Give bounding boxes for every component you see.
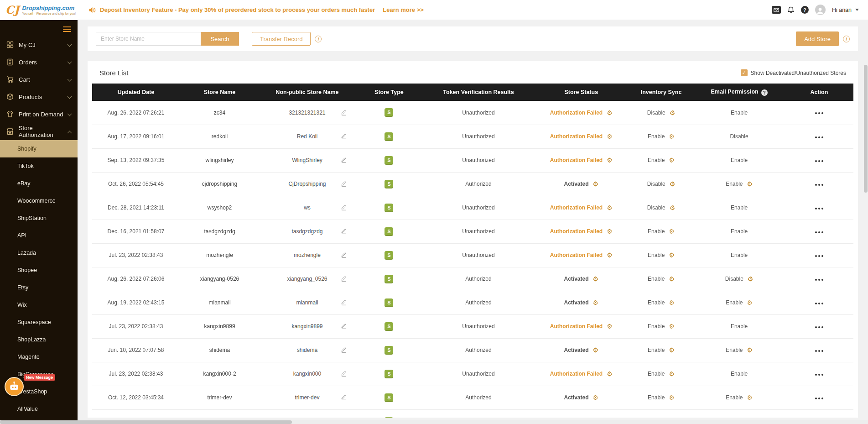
inventory-gear-icon[interactable]: ⚙ xyxy=(669,323,675,330)
email-gear-icon[interactable]: ⚙ xyxy=(747,299,753,306)
chat-icon[interactable] xyxy=(5,377,24,396)
edit-icon[interactable] xyxy=(341,395,347,401)
status-gear-icon[interactable]: ⚙ xyxy=(607,204,613,211)
edit-icon[interactable] xyxy=(341,276,347,282)
inventory-gear-icon[interactable]: ⚙ xyxy=(669,370,675,377)
row-actions-button[interactable] xyxy=(811,301,826,306)
email-gear-icon[interactable]: ⚙ xyxy=(747,394,753,401)
edit-icon[interactable] xyxy=(341,181,347,187)
sidebar-subitem-lazada[interactable]: Lazada xyxy=(0,244,78,262)
email-gear-icon[interactable]: ⚙ xyxy=(747,346,753,354)
sidebar-subitem-magento[interactable]: Magento xyxy=(0,348,78,366)
sidebar-subitem-ebay[interactable]: eBay xyxy=(0,175,78,192)
inventory-gear-icon[interactable]: ⚙ xyxy=(669,251,675,259)
show-deactivated-filter[interactable]: ✓ Show Deactivated/Unauthorized Stores xyxy=(741,69,846,76)
transfer-info-icon[interactable]: i xyxy=(315,36,322,42)
status-gear-icon[interactable]: ⚙ xyxy=(607,323,613,330)
row-actions-button[interactable] xyxy=(811,325,826,330)
vertical-scrollbar-thumb[interactable] xyxy=(864,65,868,193)
sidebar-subitem-squarespace[interactable]: Squarespace xyxy=(0,314,78,331)
notifications-bell-icon[interactable] xyxy=(787,6,795,14)
checkbox-checked-icon[interactable]: ✓ xyxy=(741,69,748,76)
edit-icon[interactable] xyxy=(341,252,347,258)
sidebar-subitem-shoplazza[interactable]: ShopLazza xyxy=(0,331,78,348)
edit-icon[interactable] xyxy=(341,205,347,211)
inventory-gear-icon[interactable]: ⚙ xyxy=(669,346,675,354)
avatar[interactable] xyxy=(815,5,826,15)
inventory-gear-icon[interactable]: ⚙ xyxy=(669,299,675,306)
inventory-gear-icon[interactable]: ⚙ xyxy=(670,204,676,211)
status-gear-icon[interactable]: ⚙ xyxy=(593,394,599,401)
status-gear-icon[interactable]: ⚙ xyxy=(593,275,599,283)
sidebar-item-print-on-demand[interactable]: Print on Demand xyxy=(0,105,78,123)
email-gear-icon[interactable]: ⚙ xyxy=(748,275,754,283)
row-actions-button[interactable] xyxy=(811,396,826,401)
inventory-gear-icon[interactable]: ⚙ xyxy=(669,228,675,235)
sidebar-subitem-allvalue[interactable]: AllValue xyxy=(0,400,78,418)
row-actions-button[interactable] xyxy=(811,253,826,259)
edit-icon[interactable] xyxy=(341,229,347,235)
sidebar-subitem-api[interactable]: API xyxy=(0,227,78,244)
search-input[interactable] xyxy=(96,32,201,46)
status-gear-icon[interactable]: ⚙ xyxy=(593,299,599,306)
inventory-gear-icon[interactable]: ⚙ xyxy=(670,180,676,188)
edit-icon[interactable] xyxy=(341,134,347,140)
transfer-record-button[interactable]: Transfer Record xyxy=(252,32,311,46)
sidebar-collapse-icon[interactable] xyxy=(0,20,78,36)
row-actions-button[interactable] xyxy=(811,158,826,164)
sidebar-subitem-wix[interactable]: Wix xyxy=(0,296,78,314)
status-gear-icon[interactable]: ⚙ xyxy=(607,157,613,164)
inventory-gear-icon[interactable]: ⚙ xyxy=(669,275,675,283)
status-gear-icon[interactable]: ⚙ xyxy=(607,370,613,377)
chevron-down-icon[interactable] xyxy=(855,9,859,11)
email-gear-icon[interactable]: ⚙ xyxy=(747,180,753,188)
row-actions-button[interactable] xyxy=(811,182,826,188)
announcement-learn-more-link[interactable]: Learn more >> xyxy=(383,6,424,13)
row-actions-button[interactable] xyxy=(811,110,826,116)
sidebar-subitem-woocommerce[interactable]: Woocommerce xyxy=(0,192,78,209)
horizontal-scrollbar[interactable] xyxy=(0,420,868,424)
edit-icon[interactable] xyxy=(341,347,347,353)
vertical-scrollbar[interactable] xyxy=(864,21,868,419)
status-gear-icon[interactable]: ⚙ xyxy=(593,346,599,354)
status-gear-icon[interactable]: ⚙ xyxy=(607,228,613,235)
add-store-button[interactable]: Add Store xyxy=(796,31,839,46)
row-actions-button[interactable] xyxy=(811,372,826,377)
sidebar-item-store-authorization[interactable]: Store Authorization xyxy=(0,123,78,140)
help-icon[interactable]: ? xyxy=(801,6,809,14)
sidebar-item-my-cj[interactable]: My CJ xyxy=(0,36,78,53)
user-greeting[interactable]: Hi anan xyxy=(832,7,852,13)
messages-icon[interactable] xyxy=(772,6,781,14)
edit-icon[interactable] xyxy=(341,371,347,377)
inventory-gear-icon[interactable]: ⚙ xyxy=(669,394,675,401)
sidebar-subitem-etsy[interactable]: Etsy xyxy=(0,279,78,296)
edit-icon[interactable] xyxy=(341,110,347,115)
sidebar-item-products[interactable]: Products xyxy=(0,88,78,105)
row-actions-button[interactable] xyxy=(811,230,826,235)
status-gear-icon[interactable]: ⚙ xyxy=(593,180,599,188)
status-gear-icon[interactable]: ⚙ xyxy=(607,109,613,116)
row-actions-button[interactable] xyxy=(811,206,826,211)
sidebar-item-orders[interactable]: Orders xyxy=(0,53,78,71)
search-button[interactable]: Search xyxy=(201,32,239,46)
new-message-badge[interactable]: New Message xyxy=(24,374,55,381)
sidebar-subitem-shopify[interactable]: Shopify xyxy=(0,140,78,157)
edit-icon[interactable] xyxy=(341,157,347,163)
inventory-gear-icon[interactable]: ⚙ xyxy=(669,157,675,164)
sidebar-subitem-shipstation[interactable]: ShipStation xyxy=(0,209,78,227)
sidebar-subitem-tiktok[interactable]: TikTok xyxy=(0,157,78,175)
horizontal-scrollbar-thumb[interactable] xyxy=(0,420,292,424)
row-actions-button[interactable] xyxy=(811,277,826,283)
email-permission-help-icon[interactable]: ? xyxy=(761,89,768,96)
status-gear-icon[interactable]: ⚙ xyxy=(607,133,613,140)
row-actions-button[interactable] xyxy=(811,348,826,354)
add-store-info-icon[interactable]: i xyxy=(843,36,850,42)
edit-icon[interactable] xyxy=(341,300,347,306)
row-actions-button[interactable] xyxy=(811,135,826,140)
edit-icon[interactable] xyxy=(341,324,347,330)
sidebar-item-cart[interactable]: Cart xyxy=(0,71,78,88)
inventory-gear-icon[interactable]: ⚙ xyxy=(669,133,675,140)
brand-logo[interactable]: CJ Dropshipping.com You sell - We source… xyxy=(5,5,82,16)
status-gear-icon[interactable]: ⚙ xyxy=(607,251,613,259)
sidebar-subitem-shopee[interactable]: Shopee xyxy=(0,262,78,279)
